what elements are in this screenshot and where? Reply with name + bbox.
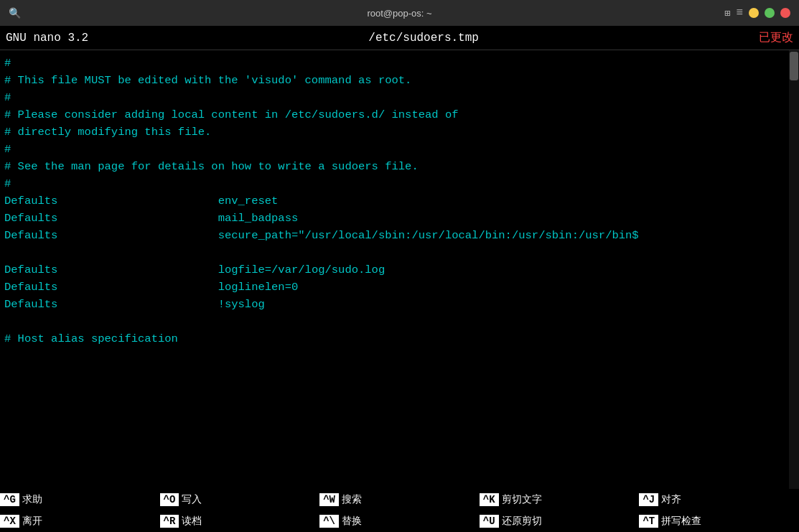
status-item: ^R读档 <box>160 515 320 528</box>
status-item: ^O写入 <box>160 493 320 506</box>
status-item: ^\替换 <box>319 515 480 528</box>
nano-title-left: GNU nano 3.2 <box>6 32 88 45</box>
nano-header: GNU nano 3.2 /etc/sudoers.tmp 已更改 <box>0 26 799 50</box>
window-icon[interactable]: ⊞ <box>724 7 730 19</box>
status-item: ^W搜索 <box>319 493 480 506</box>
status-key[interactable]: ^\ <box>319 515 339 528</box>
statusbar: ^G求助^O写入^W搜索^K剪切文字^J对齐 ^X离开^R读档^\替换^U还原剪… <box>0 489 799 532</box>
status-item: ^T拼写检查 <box>639 515 799 528</box>
status-label: 剪切文字 <box>502 493 542 506</box>
status-label: 替换 <box>342 515 362 528</box>
status-item: ^X离开 <box>0 515 160 528</box>
status-label: 拼写检查 <box>661 515 701 528</box>
titlebar-right: ⊞ ≡ <box>724 6 790 19</box>
maximize-button[interactable] <box>765 8 775 18</box>
status-item: ^U还原剪切 <box>480 515 640 528</box>
status-label: 写入 <box>182 493 202 506</box>
status-item: ^K剪切文字 <box>480 493 640 506</box>
nano-modified-indicator: 已更改 <box>759 30 793 45</box>
search-icon[interactable]: 🔍 <box>9 7 21 19</box>
status-label: 还原剪切 <box>502 515 542 528</box>
status-label: 读档 <box>182 515 202 528</box>
status-label: 对齐 <box>661 493 681 506</box>
titlebar-center-text: root@pop-os: ~ <box>367 8 431 19</box>
status-label: 离开 <box>22 515 42 528</box>
status-key[interactable]: ^X <box>0 515 19 528</box>
titlebar: 🔍 root@pop-os: ~ ⊞ ≡ <box>0 0 799 26</box>
status-key[interactable]: ^U <box>480 515 499 528</box>
status-key[interactable]: ^O <box>160 493 179 506</box>
status-label: 搜索 <box>342 493 362 506</box>
editor-area[interactable]: # # This file MUST be edited with the 'v… <box>0 50 799 489</box>
status-label: 求助 <box>22 493 42 506</box>
status-key[interactable]: ^R <box>160 515 179 528</box>
status-item: ^J对齐 <box>639 493 799 506</box>
statusbar-row2: ^X离开^R读档^\替换^U还原剪切^T拼写检查 <box>0 510 799 532</box>
minimize-button[interactable] <box>749 8 759 18</box>
titlebar-left: 🔍 <box>9 7 21 19</box>
statusbar-row1: ^G求助^O写入^W搜索^K剪切文字^J对齐 <box>0 489 799 510</box>
scrollbar[interactable] <box>789 50 799 489</box>
status-key[interactable]: ^W <box>319 493 339 506</box>
menu-icon[interactable]: ≡ <box>736 6 743 19</box>
close-button[interactable] <box>780 8 790 18</box>
status-key[interactable]: ^K <box>480 493 499 506</box>
editor-content[interactable]: # # This file MUST be edited with the 'v… <box>0 53 799 349</box>
nano-title-center: /etc/sudoers.tmp <box>368 32 479 45</box>
window-controls <box>749 8 790 18</box>
scrollbar-thumb[interactable] <box>790 52 798 80</box>
status-item: ^G求助 <box>0 493 160 506</box>
status-key[interactable]: ^G <box>0 493 19 506</box>
status-key[interactable]: ^T <box>639 515 658 528</box>
status-key[interactable]: ^J <box>639 493 658 506</box>
